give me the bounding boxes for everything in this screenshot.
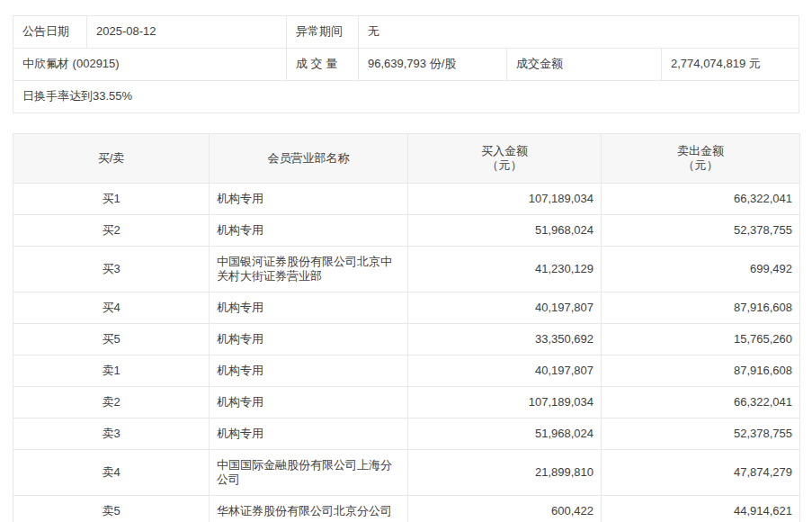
info-row-note: 日换手率达到33.55% — [13, 81, 799, 112]
table-row: 卖4 中国国际金融股份有限公司上海分公司 21,899,810 47,874,2… — [13, 450, 800, 496]
broker-cell: 机构专用 — [210, 184, 408, 215]
sell-amount-cell: 66,322,041 — [602, 184, 800, 215]
side-cell: 买4 — [13, 292, 210, 324]
table-row: 买2 机构专用 51,968,024 52,378,755 — [13, 215, 800, 247]
announce-date-value: 2025-08-12 — [87, 16, 287, 48]
abnormal-period-value: 无 — [359, 16, 799, 48]
buy-amount-cell: 600,422 — [408, 496, 602, 522]
buy-amount-cell: 107,189,034 — [408, 184, 602, 215]
col-header-buy-amount: 买入金额（元） — [408, 134, 602, 184]
buy-amount-cell: 41,230,129 — [408, 247, 602, 292]
turnover-value: 2,774,074,819 元 — [662, 49, 799, 80]
broker-cell: 机构专用 — [210, 324, 408, 356]
col-header-broker: 会员营业部名称 — [210, 134, 408, 184]
broker-cell: 机构专用 — [210, 387, 408, 418]
table-row: 买1 机构专用 107,189,034 66,322,041 — [13, 184, 800, 215]
col-header-broker-label: 会员营业部名称 — [217, 151, 400, 166]
buy-amount-cell: 40,197,807 — [408, 356, 602, 387]
broker-cell: 机构专用 — [210, 292, 408, 324]
side-cell: 买5 — [13, 324, 210, 356]
table-header-row: 买/卖 会员营业部名称 买入金额（元） 卖出金额（元） — [13, 134, 800, 184]
turnover-label: 成交金额 — [507, 49, 662, 80]
stock-lhb-page: 公告日期 2025-08-12 异常期间 无 中欣氟材 (002915) 成 交… — [0, 0, 812, 522]
buy-amount-cell: 51,968,024 — [408, 215, 602, 247]
side-cell: 买2 — [13, 215, 210, 247]
broker-cell: 机构专用 — [210, 418, 408, 450]
sell-amount-cell: 52,378,755 — [602, 215, 800, 247]
buy-amount-cell: 21,899,810 — [408, 450, 602, 496]
broker-cell: 中国国际金融股份有限公司上海分公司 — [210, 450, 408, 496]
volume-value: 96,639,793 份/股 — [359, 49, 507, 80]
broker-cell: 机构专用 — [210, 215, 408, 247]
table-row: 买5 机构专用 33,350,692 15,765,260 — [13, 324, 800, 356]
table-row: 卖5 华林证券股份有限公司北京分公司 600,422 44,914,621 — [13, 496, 800, 522]
broker-cell: 华林证券股份有限公司北京分公司 — [210, 496, 408, 522]
table-row: 买3 中国银河证券股份有限公司北京中关村大街证券营业部 41,230,129 6… — [13, 247, 800, 292]
side-cell: 买1 — [13, 184, 210, 215]
col-header-sell-unit: （元） — [609, 158, 792, 173]
info-row-announce: 公告日期 2025-08-12 异常期间 无 — [13, 16, 799, 49]
buy-amount-cell: 40,197,807 — [408, 292, 602, 324]
sell-amount-cell: 66,322,041 — [602, 387, 800, 418]
buy-amount-cell: 33,350,692 — [408, 324, 602, 356]
sell-amount-cell: 44,914,621 — [602, 496, 800, 522]
sell-amount-cell: 87,916,608 — [602, 292, 800, 324]
table-row: 卖1 机构专用 40,197,807 87,916,608 — [13, 356, 800, 387]
side-cell: 卖2 — [13, 387, 210, 418]
col-header-buy-label: 买入金额 — [415, 144, 593, 158]
sell-amount-cell: 699,492 — [602, 247, 800, 292]
sell-amount-cell: 15,765,260 — [602, 324, 800, 356]
side-cell: 卖1 — [13, 356, 210, 387]
broker-cell: 机构专用 — [210, 356, 408, 387]
table-row: 卖3 机构专用 51,968,024 52,378,755 — [13, 418, 800, 450]
col-header-sell-amount: 卖出金额（元） — [602, 134, 800, 184]
side-cell: 买3 — [13, 247, 210, 292]
col-header-sell-label: 卖出金额 — [609, 144, 792, 158]
turnover-rate-note: 日换手率达到33.55% — [13, 81, 799, 112]
stock-name: 中欣氟材 (002915) — [13, 49, 287, 80]
broker-seats-table: 买/卖 会员营业部名称 买入金额（元） 卖出金额（元） 买1 机构专用 — [13, 133, 800, 522]
table-row: 卖2 机构专用 107,189,034 66,322,041 — [13, 387, 800, 418]
volume-label: 成 交 量 — [287, 49, 359, 80]
sell-amount-cell: 87,916,608 — [602, 356, 800, 387]
side-cell: 卖3 — [13, 418, 210, 450]
side-cell: 卖5 — [13, 496, 210, 522]
col-header-buy-unit: （元） — [415, 158, 593, 173]
announce-date-label: 公告日期 — [13, 16, 87, 48]
sell-amount-cell: 52,378,755 — [602, 418, 800, 450]
col-header-side: 买/卖 — [13, 134, 210, 184]
buy-amount-cell: 107,189,034 — [408, 387, 602, 418]
col-header-side-label: 买/卖 — [21, 151, 201, 166]
sell-amount-cell: 47,874,279 — [602, 450, 800, 496]
broker-cell: 中国银河证券股份有限公司北京中关村大街证券营业部 — [210, 247, 408, 292]
info-row-trading: 中欣氟材 (002915) 成 交 量 96,639,793 份/股 成交金额 … — [13, 49, 799, 81]
buy-amount-cell: 51,968,024 — [408, 418, 602, 450]
side-cell: 卖4 — [13, 450, 210, 496]
abnormal-period-label: 异常期间 — [287, 16, 359, 48]
content-area: 公告日期 2025-08-12 异常期间 无 中欣氟材 (002915) 成 交… — [13, 15, 799, 522]
table-row: 买4 机构专用 40,197,807 87,916,608 — [13, 292, 800, 324]
stock-info-box: 公告日期 2025-08-12 异常期间 无 中欣氟材 (002915) 成 交… — [13, 15, 799, 113]
